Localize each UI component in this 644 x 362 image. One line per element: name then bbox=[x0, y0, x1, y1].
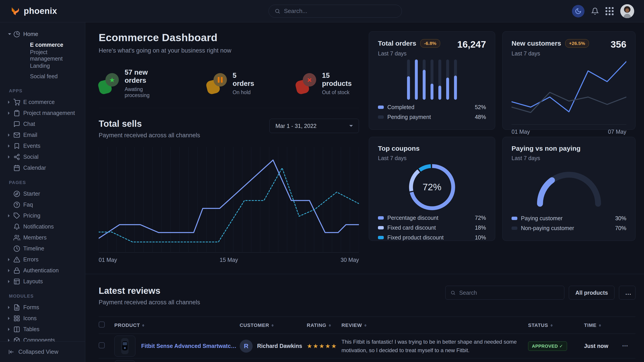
product-link[interactable]: Fitbit Sense Advanced Smartwatch with To… bbox=[141, 343, 240, 349]
column-header-time[interactable]: TIME bbox=[584, 317, 622, 334]
sidebar-item-icons[interactable]: Icons bbox=[8, 313, 80, 324]
sidebar-item-authentication[interactable]: Authentication bbox=[8, 265, 80, 276]
latest-reviews-subtitle: Payment received across all channels bbox=[99, 299, 200, 306]
all-products-button[interactable]: All products bbox=[569, 286, 614, 300]
legend-label: Pending payment bbox=[387, 114, 431, 120]
apps-menu-button[interactable] bbox=[606, 7, 614, 15]
share-icon bbox=[14, 154, 20, 160]
column-header-status[interactable]: STATUS bbox=[528, 317, 584, 334]
total-sells-title: Total sells bbox=[99, 119, 200, 129]
sidebar-item-forms[interactable]: Forms bbox=[8, 302, 80, 313]
sidebar-item-label: Pricing bbox=[23, 212, 40, 219]
sort-icon[interactable] bbox=[364, 323, 366, 328]
column-header-review[interactable]: REVIEW bbox=[342, 317, 528, 334]
collapse-view-button[interactable]: Collapsed View bbox=[0, 342, 85, 362]
theme-toggle-button[interactable] bbox=[572, 5, 584, 17]
user-avatar[interactable] bbox=[620, 4, 634, 18]
paying-card: Paying vs non paying Last 7 days Paying … bbox=[502, 137, 636, 241]
customer-avatar[interactable]: R bbox=[240, 340, 253, 353]
reviews-search[interactable] bbox=[445, 286, 564, 300]
total-sells-subtitle: Payment received across all channels bbox=[99, 132, 200, 139]
legend-label: Fixed product discount bbox=[387, 234, 444, 241]
sidebar-item-social[interactable]: Social bbox=[8, 151, 80, 162]
new-customers-title: New customers bbox=[512, 39, 561, 47]
x-tick-label: 15 May bbox=[220, 257, 238, 263]
status-badge: APPROVED ✓ bbox=[528, 342, 567, 351]
page-title: Ecommerce Dashboard bbox=[99, 31, 359, 44]
new-customers-card: New customers +26.5% Last 7 days 356 01 … bbox=[502, 31, 636, 130]
sidebar-item-errors[interactable]: Errors bbox=[8, 254, 80, 265]
sidebar-item-label: Layouts bbox=[23, 278, 43, 285]
chevron-down-icon bbox=[349, 125, 353, 129]
date-range-select[interactable]: Mar 1 - 31, 2022 bbox=[270, 119, 359, 133]
notifications-button[interactable] bbox=[591, 7, 599, 15]
top-coupons-center-value: 72% bbox=[422, 182, 441, 193]
sidebar-item-project-management[interactable]: Project management bbox=[8, 107, 80, 118]
column-header-product[interactable]: PRODUCT bbox=[114, 317, 240, 334]
legend-label: Paying customer bbox=[521, 215, 562, 222]
legend-value: 70% bbox=[615, 225, 626, 231]
stat-sublabel: On hold bbox=[233, 89, 258, 95]
sort-icon[interactable] bbox=[550, 323, 553, 328]
sidebar-item-home[interactable]: Home bbox=[8, 29, 80, 39]
sidebar-subitem-landing[interactable]: Landing bbox=[8, 61, 80, 71]
sidebar-item-starter[interactable]: Starter bbox=[8, 188, 80, 199]
clock-icon bbox=[14, 245, 20, 252]
sidebar-item-components[interactable]: Components bbox=[8, 335, 80, 342]
stat-value: 57 new orders bbox=[125, 68, 169, 84]
customer-cell: RRichard Dawkins bbox=[240, 340, 307, 353]
sidebar-item-calendar[interactable]: Calendar bbox=[8, 162, 80, 173]
sort-icon[interactable] bbox=[272, 323, 274, 328]
product-cell: Fitbit Sense Advanced Smartwatch with To… bbox=[114, 336, 240, 357]
orders-legend-item: Completed52% bbox=[378, 102, 486, 112]
sidebar-item-e-commerce[interactable]: E commerce bbox=[8, 97, 80, 107]
sidebar-item-faq[interactable]: Faq bbox=[8, 199, 80, 210]
column-header-customer[interactable]: CUSTOMER bbox=[240, 317, 307, 334]
sidebar-subitem-social-feed[interactable]: Social feed bbox=[8, 71, 80, 82]
apps-grid-icon bbox=[606, 7, 614, 15]
sidebar-item-timeline[interactable]: Timeline bbox=[8, 243, 80, 254]
sidebar-subitem-project-management[interactable]: Project management bbox=[8, 50, 80, 61]
pause-icon bbox=[214, 73, 227, 86]
order-bar-fill bbox=[454, 76, 457, 100]
green-status-icon: ★ bbox=[99, 73, 119, 94]
sidebar-item-label: Events bbox=[23, 143, 40, 149]
sidebar-item-pricing[interactable]: Pricing bbox=[8, 210, 80, 221]
row-checkbox[interactable] bbox=[99, 342, 105, 348]
product-thumbnail[interactable] bbox=[114, 360, 136, 362]
sidebar-item-tables[interactable]: Tables bbox=[8, 324, 80, 335]
sort-icon[interactable] bbox=[142, 323, 144, 328]
sort-icon[interactable] bbox=[599, 323, 601, 328]
global-search-input[interactable] bbox=[284, 7, 396, 14]
order-bar-fill bbox=[430, 84, 434, 100]
total-sells-chart: 01 May15 May30 May bbox=[99, 147, 359, 263]
new-customers-period: Last 7 days bbox=[512, 50, 589, 57]
sidebar-item-label: Components bbox=[23, 337, 55, 342]
column-header-rating[interactable]: RATING bbox=[307, 317, 342, 334]
legend-label: Completed bbox=[387, 104, 414, 110]
clipboard-icon bbox=[14, 110, 20, 116]
sidebar-item-members[interactable]: Members bbox=[8, 232, 80, 243]
review-text: This Fitbit is fantastic! I was trying t… bbox=[342, 338, 528, 354]
sort-icon[interactable] bbox=[329, 323, 331, 328]
sidebar-item-email[interactable]: Email bbox=[8, 129, 80, 140]
select-all-checkbox[interactable] bbox=[99, 322, 105, 328]
date-range-value: Mar 1 - 31, 2022 bbox=[276, 123, 316, 129]
reviews-more-button[interactable]: ... bbox=[619, 286, 636, 300]
sidebar-item-notifications[interactable]: Notifications bbox=[8, 221, 80, 232]
global-search[interactable] bbox=[268, 5, 402, 18]
reviews-search-input[interactable] bbox=[459, 290, 559, 296]
grid-icon bbox=[14, 315, 20, 322]
sidebar-item-chat[interactable]: Chat bbox=[8, 118, 80, 129]
brand-logo[interactable]: phoenix bbox=[10, 6, 57, 16]
customer-name: Richard Dawkins bbox=[257, 343, 302, 349]
row-menu-button[interactable]: ⋯ bbox=[622, 343, 628, 349]
order-bar-1 bbox=[415, 59, 418, 100]
bell-icon bbox=[14, 223, 20, 230]
alert-icon bbox=[14, 256, 20, 263]
sidebar-item-events[interactable]: Events bbox=[8, 140, 80, 151]
sidebar-subitem-e-commerce[interactable]: E commerce bbox=[8, 39, 80, 50]
product-thumbnail[interactable] bbox=[114, 336, 136, 357]
lock-icon bbox=[14, 267, 20, 274]
sidebar-item-layouts[interactable]: Layouts bbox=[8, 276, 80, 287]
